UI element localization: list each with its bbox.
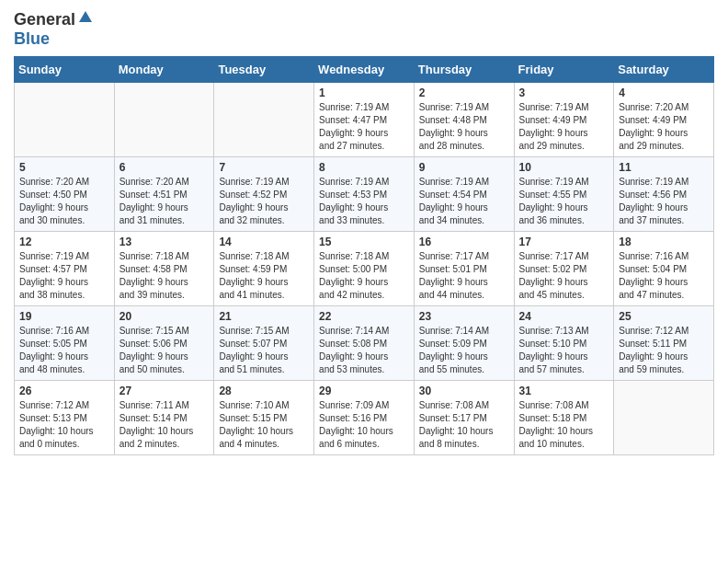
calendar-cell (15, 83, 115, 157)
day-info: Sunrise: 7:10 AM Sunset: 5:15 PM Dayligh… (219, 399, 309, 451)
calendar-cell: 13Sunrise: 7:18 AM Sunset: 4:58 PM Dayli… (114, 232, 214, 306)
day-number: 29 (319, 385, 409, 397)
calendar-table: SundayMondayTuesdayWednesdayThursdayFrid… (14, 56, 714, 455)
day-info: Sunrise: 7:12 AM Sunset: 5:11 PM Dayligh… (619, 325, 709, 376)
calendar-cell: 17Sunrise: 7:17 AM Sunset: 5:02 PM Dayli… (514, 232, 614, 306)
calendar-cell: 14Sunrise: 7:18 AM Sunset: 4:59 PM Dayli… (214, 232, 314, 306)
day-number: 21 (219, 310, 309, 323)
calendar-cell (614, 381, 714, 455)
day-number: 11 (619, 161, 709, 174)
day-info: Sunrise: 7:19 AM Sunset: 4:53 PM Dayligh… (319, 176, 409, 227)
day-info: Sunrise: 7:15 AM Sunset: 5:06 PM Dayligh… (119, 325, 210, 376)
day-info: Sunrise: 7:19 AM Sunset: 4:52 PM Dayligh… (219, 176, 309, 227)
calendar-cell: 19Sunrise: 7:16 AM Sunset: 5:05 PM Dayli… (15, 306, 115, 381)
day-info: Sunrise: 7:20 AM Sunset: 4:50 PM Dayligh… (19, 176, 109, 227)
day-info: Sunrise: 7:08 AM Sunset: 5:18 PM Dayligh… (519, 399, 609, 451)
day-number: 15 (319, 236, 409, 248)
calendar-cell: 2Sunrise: 7:19 AM Sunset: 4:48 PM Daylig… (414, 83, 514, 157)
calendar-cell: 29Sunrise: 7:09 AM Sunset: 5:16 PM Dayli… (314, 381, 415, 455)
day-of-week-header: Tuesday (214, 57, 314, 83)
day-of-week-header: Saturday (614, 57, 714, 83)
day-info: Sunrise: 7:12 AM Sunset: 5:13 PM Dayligh… (19, 399, 109, 451)
day-info: Sunrise: 7:17 AM Sunset: 5:02 PM Dayligh… (519, 250, 609, 302)
calendar-week-row: 1Sunrise: 7:19 AM Sunset: 4:47 PM Daylig… (15, 83, 714, 157)
day-number: 7 (219, 161, 309, 174)
logo: General Blue (14, 9, 94, 49)
day-number: 14 (219, 236, 309, 248)
day-number: 19 (19, 310, 109, 323)
day-info: Sunrise: 7:19 AM Sunset: 4:54 PM Dayligh… (419, 176, 509, 227)
day-number: 2 (419, 86, 509, 99)
calendar-cell: 12Sunrise: 7:19 AM Sunset: 4:57 PM Dayli… (15, 232, 115, 306)
calendar-cell: 20Sunrise: 7:15 AM Sunset: 5:06 PM Dayli… (114, 306, 214, 381)
calendar-cell: 30Sunrise: 7:08 AM Sunset: 5:17 PM Dayli… (414, 381, 514, 455)
calendar-cell: 11Sunrise: 7:19 AM Sunset: 4:56 PM Dayli… (614, 157, 714, 232)
day-number: 5 (19, 161, 109, 174)
calendar-cell: 15Sunrise: 7:18 AM Sunset: 5:00 PM Dayli… (314, 232, 415, 306)
calendar-week-row: 5Sunrise: 7:20 AM Sunset: 4:50 PM Daylig… (15, 157, 714, 232)
day-info: Sunrise: 7:16 AM Sunset: 5:04 PM Dayligh… (619, 250, 709, 302)
day-info: Sunrise: 7:15 AM Sunset: 5:07 PM Dayligh… (219, 325, 309, 376)
day-info: Sunrise: 7:19 AM Sunset: 4:47 PM Dayligh… (319, 101, 409, 153)
day-number: 24 (519, 310, 609, 323)
day-number: 8 (319, 161, 409, 174)
day-info: Sunrise: 7:14 AM Sunset: 5:09 PM Dayligh… (419, 325, 509, 376)
day-number: 17 (519, 236, 609, 248)
calendar-cell: 18Sunrise: 7:16 AM Sunset: 5:04 PM Dayli… (614, 232, 714, 306)
day-of-week-header: Wednesday (314, 57, 415, 83)
day-info: Sunrise: 7:18 AM Sunset: 4:59 PM Dayligh… (219, 250, 309, 302)
day-number: 13 (119, 236, 210, 248)
calendar-week-row: 19Sunrise: 7:16 AM Sunset: 5:05 PM Dayli… (15, 306, 714, 381)
day-number: 4 (619, 86, 709, 99)
calendar-cell: 26Sunrise: 7:12 AM Sunset: 5:13 PM Dayli… (15, 381, 115, 455)
calendar-cell (114, 83, 214, 157)
day-number: 1 (319, 86, 409, 99)
calendar-cell: 8Sunrise: 7:19 AM Sunset: 4:53 PM Daylig… (314, 157, 415, 232)
day-info: Sunrise: 7:19 AM Sunset: 4:48 PM Dayligh… (419, 101, 509, 153)
day-number: 27 (119, 385, 210, 397)
day-number: 10 (519, 161, 609, 174)
calendar-cell: 1Sunrise: 7:19 AM Sunset: 4:47 PM Daylig… (314, 83, 415, 157)
day-number: 26 (19, 385, 109, 397)
calendar-cell: 3Sunrise: 7:19 AM Sunset: 4:49 PM Daylig… (514, 83, 614, 157)
day-number: 22 (319, 310, 409, 323)
day-info: Sunrise: 7:08 AM Sunset: 5:17 PM Dayligh… (419, 399, 509, 451)
day-info: Sunrise: 7:20 AM Sunset: 4:51 PM Dayligh… (119, 176, 210, 227)
calendar-cell: 16Sunrise: 7:17 AM Sunset: 5:01 PM Dayli… (414, 232, 514, 306)
svg-marker-0 (79, 11, 92, 22)
logo-blue-text: Blue (14, 29, 50, 48)
calendar-cell: 6Sunrise: 7:20 AM Sunset: 4:51 PM Daylig… (114, 157, 214, 232)
day-of-week-header: Sunday (15, 57, 115, 83)
day-number: 31 (519, 385, 609, 397)
calendar-week-row: 26Sunrise: 7:12 AM Sunset: 5:13 PM Dayli… (15, 381, 714, 455)
day-number: 16 (419, 236, 509, 248)
calendar-cell: 24Sunrise: 7:13 AM Sunset: 5:10 PM Dayli… (514, 306, 614, 381)
calendar-cell: 21Sunrise: 7:15 AM Sunset: 5:07 PM Dayli… (214, 306, 314, 381)
day-info: Sunrise: 7:20 AM Sunset: 4:49 PM Dayligh… (619, 101, 709, 153)
page-header: General Blue (14, 9, 714, 49)
day-number: 12 (19, 236, 109, 248)
calendar-cell: 5Sunrise: 7:20 AM Sunset: 4:50 PM Daylig… (15, 157, 115, 232)
day-number: 3 (519, 86, 609, 99)
day-number: 6 (119, 161, 210, 174)
day-info: Sunrise: 7:17 AM Sunset: 5:01 PM Dayligh… (419, 250, 509, 302)
calendar-cell: 22Sunrise: 7:14 AM Sunset: 5:08 PM Dayli… (314, 306, 415, 381)
day-of-week-header: Thursday (414, 57, 514, 83)
calendar-cell: 10Sunrise: 7:19 AM Sunset: 4:55 PM Dayli… (514, 157, 614, 232)
calendar-cell: 25Sunrise: 7:12 AM Sunset: 5:11 PM Dayli… (614, 306, 714, 381)
day-info: Sunrise: 7:11 AM Sunset: 5:14 PM Dayligh… (119, 399, 210, 451)
day-info: Sunrise: 7:19 AM Sunset: 4:49 PM Dayligh… (519, 101, 609, 153)
calendar-cell (214, 83, 314, 157)
day-number: 28 (219, 385, 309, 397)
day-info: Sunrise: 7:18 AM Sunset: 4:58 PM Dayligh… (119, 250, 210, 302)
logo-general-text: General (14, 10, 75, 29)
calendar-cell: 23Sunrise: 7:14 AM Sunset: 5:09 PM Dayli… (414, 306, 514, 381)
day-info: Sunrise: 7:19 AM Sunset: 4:57 PM Dayligh… (19, 250, 109, 302)
calendar-cell: 31Sunrise: 7:08 AM Sunset: 5:18 PM Dayli… (514, 381, 614, 455)
calendar-cell: 4Sunrise: 7:20 AM Sunset: 4:49 PM Daylig… (614, 83, 714, 157)
day-number: 30 (419, 385, 509, 397)
calendar-cell: 9Sunrise: 7:19 AM Sunset: 4:54 PM Daylig… (414, 157, 514, 232)
day-number: 25 (619, 310, 709, 323)
day-number: 9 (419, 161, 509, 174)
day-of-week-header: Monday (114, 57, 214, 83)
